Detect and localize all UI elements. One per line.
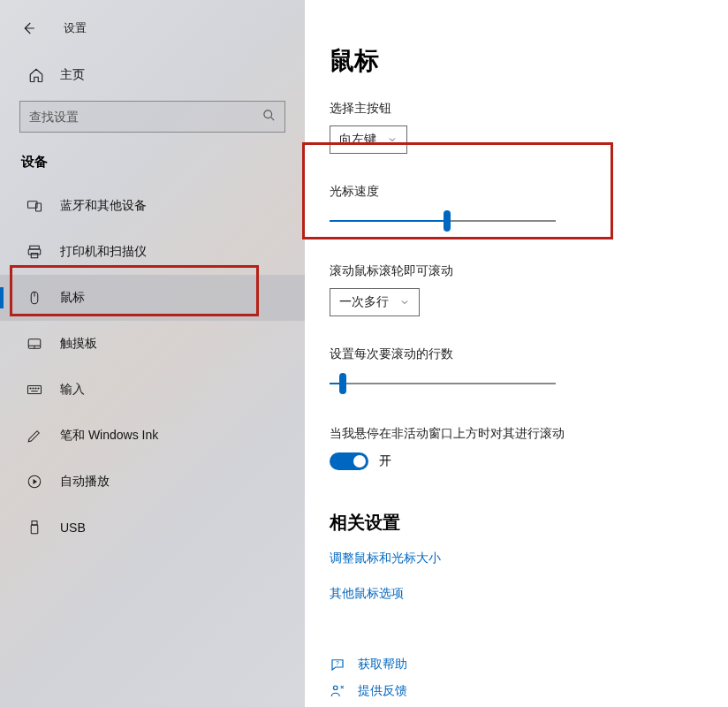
sidebar-item-typing[interactable]: 输入 — [0, 367, 305, 413]
app-title: 设置 — [64, 20, 87, 36]
get-help-link[interactable]: ? 获取帮助 — [330, 657, 693, 673]
usb-icon — [27, 520, 42, 536]
cursor-speed-label: 光标速度 — [330, 184, 693, 200]
svg-rect-2 — [36, 203, 42, 211]
sidebar-item-label: 输入 — [60, 382, 85, 398]
home-label: 主页 — [60, 67, 85, 83]
sidebar-item-label: 蓝牙和其他设备 — [60, 198, 147, 214]
hover-scroll-toggle[interactable] — [330, 452, 368, 470]
home-icon — [28, 67, 44, 83]
back-button[interactable] — [14, 14, 42, 42]
sidebar-group-header: 设备 — [0, 148, 305, 183]
sidebar-item-label: 触摸板 — [60, 336, 97, 352]
sidebar-item-label: 笔和 Windows Ink — [60, 428, 158, 444]
printer-icon — [27, 244, 42, 260]
topbar: 设置 — [0, 11, 305, 49]
sidebar-item-label: 鼠标 — [60, 290, 85, 306]
primary-button-label: 选择主按钮 — [330, 101, 693, 117]
svg-point-14 — [35, 388, 36, 389]
sidebar-item-touchpad[interactable]: 触摸板 — [0, 321, 305, 367]
get-help-label: 获取帮助 — [358, 657, 407, 673]
keyboard-icon — [27, 382, 42, 398]
home-button[interactable]: 主页 — [0, 49, 305, 95]
devices-icon — [27, 198, 42, 214]
settings-content: 鼠标 选择主按钮 向左键 光标速度 滚动鼠标滚轮即可滚动 一次多行 设置每次要滚… — [305, 0, 728, 707]
svg-rect-11 — [28, 386, 42, 394]
svg-point-21 — [334, 686, 338, 690]
sidebar-item-label: USB — [60, 521, 86, 535]
feedback-label: 提供反馈 — [358, 683, 407, 699]
cursor-speed-slider[interactable] — [330, 209, 556, 233]
toggle-knob — [353, 455, 366, 468]
svg-point-13 — [33, 388, 34, 389]
search-box[interactable] — [19, 101, 285, 133]
svg-point-15 — [38, 388, 39, 389]
hover-scroll-state: 开 — [379, 453, 391, 469]
touchpad-icon — [27, 336, 42, 352]
link-adjust-mouse-cursor-size[interactable]: 调整鼠标和光标大小 — [330, 551, 693, 566]
svg-point-12 — [30, 388, 31, 389]
chevron-down-icon — [387, 134, 398, 145]
feedback-icon — [330, 683, 345, 699]
svg-text:?: ? — [336, 660, 339, 666]
slider-thumb[interactable] — [444, 210, 451, 232]
link-other-mouse-options[interactable]: 其他鼠标选项 — [330, 586, 693, 602]
page-title: 鼠标 — [330, 44, 693, 78]
related-settings-header: 相关设置 — [330, 511, 693, 535]
sidebar-item-mouse[interactable]: 鼠标 — [0, 275, 305, 321]
scroll-wheel-value: 一次多行 — [339, 294, 389, 310]
svg-point-0 — [264, 110, 272, 118]
mouse-icon — [27, 290, 42, 306]
pen-icon — [27, 428, 42, 444]
chat-help-icon: ? — [330, 657, 345, 673]
settings-sidebar: 设置 主页 设备 蓝牙和其他设备 打印机和扫描仪 鼠标 — [0, 0, 305, 707]
scroll-wheel-label: 滚动鼠标滚轮即可滚动 — [330, 263, 693, 279]
sidebar-item-label: 自动播放 — [60, 474, 110, 490]
primary-button-select[interactable]: 向左键 — [330, 125, 407, 154]
search-input[interactable] — [29, 110, 262, 124]
search-icon — [262, 109, 276, 125]
chevron-down-icon — [399, 297, 410, 308]
feedback-link[interactable]: 提供反馈 — [330, 683, 693, 699]
svg-rect-4 — [28, 249, 41, 255]
sidebar-item-label: 打印机和扫描仪 — [60, 244, 147, 260]
hover-scroll-label: 当我悬停在非活动窗口上方时对其进行滚动 — [330, 426, 693, 442]
primary-button-value: 向左键 — [339, 132, 376, 148]
sidebar-item-printers[interactable]: 打印机和扫描仪 — [0, 229, 305, 275]
svg-rect-18 — [32, 521, 37, 526]
slider-thumb[interactable] — [339, 373, 346, 394]
sidebar-item-autoplay[interactable]: 自动播放 — [0, 459, 305, 505]
scroll-wheel-select[interactable]: 一次多行 — [330, 288, 420, 316]
svg-rect-3 — [30, 246, 40, 249]
sidebar-item-bluetooth[interactable]: 蓝牙和其他设备 — [0, 183, 305, 229]
autoplay-icon — [27, 474, 42, 490]
svg-rect-19 — [31, 525, 38, 534]
lines-per-scroll-slider[interactable] — [330, 371, 556, 396]
svg-rect-5 — [31, 254, 38, 258]
sidebar-item-pen[interactable]: 笔和 Windows Ink — [0, 413, 305, 459]
lines-per-scroll-label: 设置每次要滚动的行数 — [330, 346, 693, 362]
arrow-left-icon — [20, 20, 36, 36]
sidebar-item-usb[interactable]: USB — [0, 505, 305, 551]
